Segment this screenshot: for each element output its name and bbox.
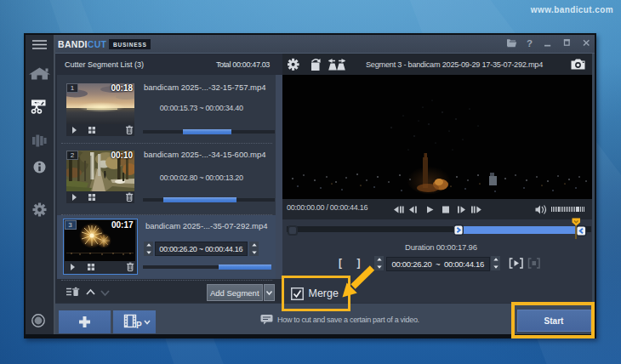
- svg-text:?: ?: [527, 38, 533, 48]
- svg-text:P: P: [136, 321, 142, 330]
